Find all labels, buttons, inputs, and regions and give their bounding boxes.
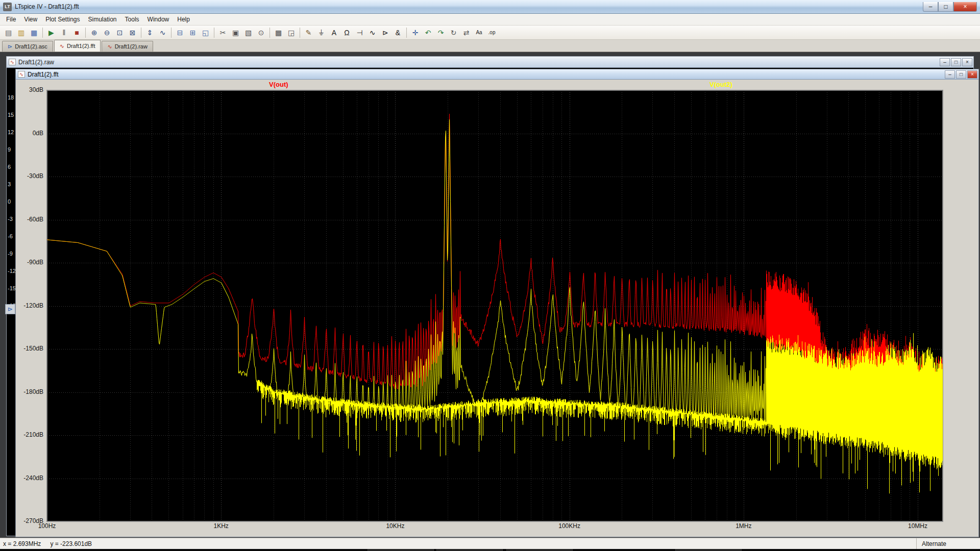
- raw-axis-label: -12: [8, 268, 15, 274]
- waveform-window-icon: ∿: [18, 71, 25, 78]
- close-button[interactable]: ×: [953, 2, 977, 12]
- taskbar-button[interactable]: [436, 549, 503, 551]
- print-preview-button[interactable]: ◲: [285, 27, 297, 38]
- undo-button[interactable]: ↶: [422, 27, 434, 38]
- rotate-button[interactable]: ↻: [448, 27, 459, 38]
- pause-button[interactable]: ‖: [58, 27, 70, 38]
- status-mode: Alternate: [916, 538, 980, 549]
- open-file-button[interactable]: ▥: [15, 27, 27, 38]
- zoom-full-extents-button[interactable]: ⊠: [127, 27, 138, 38]
- title-bar: LT LTspice IV - Draft1(2).fft – □ ×: [0, 0, 980, 14]
- menu-item-tools[interactable]: Tools: [121, 14, 143, 24]
- zoom-out-icon: ⊖: [104, 29, 110, 36]
- x-axis-labels: 100Hz1KHz10KHz100KHz1MHz10MHz: [47, 522, 944, 531]
- y-axis-label: 0dB: [17, 130, 43, 137]
- zoom-in-button[interactable]: ⊕: [88, 27, 100, 38]
- menu-item-view[interactable]: View: [20, 14, 41, 24]
- raw-minimize-button[interactable]: –: [940, 58, 950, 66]
- tile-horizontal-button[interactable]: ⊟: [174, 27, 186, 38]
- place-diode-button[interactable]: ⊳: [379, 27, 391, 38]
- taskbar-button[interactable]: [675, 549, 742, 551]
- tile-vertical-icon: ⊞: [190, 29, 196, 36]
- trace-label-v-out2: V(out2): [709, 81, 732, 88]
- mirror-button[interactable]: ⇄: [460, 27, 472, 38]
- place-text-button[interactable]: Aa: [473, 27, 485, 38]
- place-inductor-button[interactable]: ∿: [366, 27, 378, 38]
- fft-maximize-button[interactable]: □: [956, 70, 966, 79]
- draw-wire-button[interactable]: ✎: [303, 27, 314, 38]
- fft-window-title: Draft1(2).fft: [28, 71, 58, 78]
- menu-item-help[interactable]: Help: [173, 14, 194, 24]
- new-schematic-button[interactable]: ▤: [3, 27, 14, 38]
- menu-item-window[interactable]: Window: [143, 14, 174, 24]
- x-axis-label: 1KHz: [214, 522, 229, 530]
- tab-asc[interactable]: ⊳Draft1(2).asc: [2, 41, 53, 52]
- toolbar-separator: [300, 28, 300, 38]
- fft-window: ∿ Draft1(2).fft – □ × V(out)V(out2) 30dB…: [15, 69, 979, 537]
- save-button[interactable]: ▦: [28, 27, 40, 38]
- menu-item-simulation[interactable]: Simulation: [84, 14, 121, 24]
- menu-item-plot-settings[interactable]: Plot Settings: [41, 14, 84, 24]
- place-ground-icon: ⏚: [319, 29, 324, 36]
- place-ground-button[interactable]: ⏚: [315, 27, 327, 38]
- menu-item-file[interactable]: File: [2, 14, 20, 24]
- pause-icon: ‖: [63, 29, 66, 36]
- tab-fft[interactable]: ∿Draft1(2).fft: [54, 40, 101, 52]
- place-component-icon: &: [396, 29, 400, 36]
- redo-icon: ↷: [438, 29, 444, 36]
- fft-plot-canvas[interactable]: [47, 90, 943, 521]
- raw-maximize-button[interactable]: □: [951, 58, 961, 66]
- tile-horizontal-icon: ⊟: [177, 29, 183, 36]
- waveform-window-icon: ∿: [9, 59, 16, 65]
- place-resistor-icon: Ω: [344, 29, 349, 36]
- tile-vertical-button[interactable]: ⊞: [187, 27, 199, 38]
- zoom-area-button[interactable]: ⊡: [114, 27, 126, 38]
- print-preview-icon: ◲: [288, 29, 295, 36]
- paste-button[interactable]: ▧: [242, 27, 254, 38]
- app-icon: LT: [3, 3, 12, 11]
- y-axis-labels: 30dB0dB-30dB-60dB-90dB-120dB-150dB-180dB…: [16, 80, 44, 537]
- autorange-y-axis-button[interactable]: ⇕: [144, 27, 156, 38]
- maximize-button[interactable]: □: [938, 2, 953, 12]
- find-button[interactable]: ⊙: [255, 27, 267, 38]
- find-icon: ⊙: [258, 29, 264, 36]
- print-button[interactable]: ▩: [273, 27, 284, 38]
- place-net-label-icon: A: [332, 29, 336, 36]
- tab-raw[interactable]: ∿Draft1(2).raw: [102, 41, 153, 52]
- taskbar-button[interactable]: [506, 549, 573, 551]
- toolbar-separator: [141, 28, 141, 38]
- asc-window-sliver[interactable]: ⊳: [5, 304, 15, 314]
- raw-axis-label: -15: [8, 285, 15, 291]
- run-button[interactable]: ▶: [45, 27, 57, 38]
- zoom-out-button[interactable]: ⊖: [101, 27, 113, 38]
- fft-plot-pane: V(out)V(out2) 30dB0dB-30dB-60dB-90dB-120…: [16, 80, 978, 537]
- copy-button[interactable]: ▣: [230, 27, 241, 38]
- save-icon: ▦: [31, 29, 37, 36]
- place-capacitor-button[interactable]: ⊣: [354, 27, 365, 38]
- place-net-label-button[interactable]: A: [328, 27, 340, 38]
- taskbar-button[interactable]: [368, 549, 434, 551]
- halt-icon: ■: [75, 29, 79, 36]
- place-text-icon: Aa: [476, 30, 482, 35]
- redo-button[interactable]: ↷: [435, 27, 447, 38]
- fft-window-title-bar[interactable]: ∿ Draft1(2).fft – □ ×: [16, 69, 978, 80]
- mark-data-points-button[interactable]: ∿: [157, 27, 168, 38]
- toolbar-separator: [85, 28, 86, 38]
- raw-close-button[interactable]: ×: [962, 58, 972, 66]
- halt-button[interactable]: ■: [71, 27, 83, 38]
- toolbar-separator: [406, 28, 407, 38]
- cut-button[interactable]: ✂: [217, 27, 229, 38]
- raw-window-title-bar[interactable]: ∿ Draft1(2).raw – □ ×: [7, 57, 973, 68]
- fft-close-button[interactable]: ×: [967, 70, 977, 79]
- spice-directive-button[interactable]: .op: [486, 27, 498, 38]
- place-component-button[interactable]: &: [392, 27, 404, 38]
- status-y-readout: y = -223.601dB: [50, 540, 92, 547]
- x-axis-label: 10KHz: [386, 522, 404, 530]
- x-axis-label: 100Hz: [38, 522, 56, 530]
- fft-window-controls: – □ ×: [944, 70, 977, 79]
- fft-minimize-button[interactable]: –: [945, 70, 955, 79]
- minimize-button[interactable]: –: [923, 2, 938, 12]
- move-button[interactable]: ✛: [409, 27, 421, 38]
- cascade-windows-button[interactable]: ◱: [200, 27, 211, 38]
- place-resistor-button[interactable]: Ω: [341, 27, 353, 38]
